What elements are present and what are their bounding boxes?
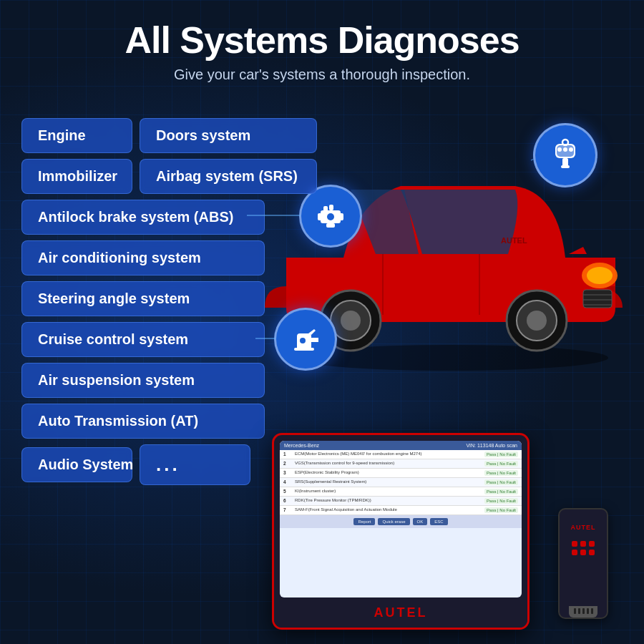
row-system-2: ESP(Electronic Stability Program) xyxy=(292,470,484,476)
row-system-0: ECM(Motor Electronics (ME) ME040' for co… xyxy=(292,452,484,457)
svg-point-27 xyxy=(569,147,573,152)
svg-rect-15 xyxy=(318,213,322,220)
row-status-3: Pass | No Fault xyxy=(484,479,518,485)
systems-row-8: Auto Transmission (AT) xyxy=(21,404,317,439)
svg-rect-17 xyxy=(323,206,328,212)
row-status-6: Pass | No Fault xyxy=(484,507,518,513)
doors-system-button[interactable]: Doors system xyxy=(140,118,317,153)
tablet-row-1: 2 VGS(Transmission control for 9-speed t… xyxy=(280,459,522,469)
row-system-5: RDK(Tire Pressure Monitor (TPM/RDK)) xyxy=(292,498,484,504)
tablet-car-model: Mercedes-Benz xyxy=(284,443,319,448)
air-suspension-button[interactable]: Air suspension system xyxy=(21,363,265,398)
more-systems-button[interactable]: ... xyxy=(140,444,250,485)
ok-button[interactable]: OK xyxy=(413,518,428,525)
tablet-row-3: 4 SRS(Supplemental Restraint System) Pas… xyxy=(280,478,522,487)
svg-rect-18 xyxy=(329,205,333,210)
tablet-screen-header: Mercedes-Benz VIN: 113148 Auto scan xyxy=(280,441,522,450)
dongle-btn-1[interactable] xyxy=(572,541,577,547)
systems-row-5: Steering angle system xyxy=(21,281,317,316)
row-system-3: SRS(Supplemental Restraint System) xyxy=(292,479,484,485)
dongle-btn-2[interactable] xyxy=(580,541,586,547)
key-svg-icon xyxy=(545,135,585,175)
row-status-2: Pass | No Fault xyxy=(484,470,518,476)
obd-dongle: AUTEL xyxy=(558,508,608,619)
air-conditioning-button[interactable]: Air conditioning system xyxy=(21,240,265,275)
svg-rect-29 xyxy=(561,165,570,168)
connector-line-1 xyxy=(247,215,301,216)
engine-button[interactable]: Engine xyxy=(21,118,132,153)
immobilizer-button[interactable]: Immobilizer xyxy=(21,159,132,194)
tablet-row-6: 7 SAM-F(Front Signal Acquisition and Act… xyxy=(280,506,522,515)
main-title: All Systems Diagnoses xyxy=(0,20,644,61)
systems-row-3: Antilock brake system (ABS) xyxy=(21,200,317,235)
page-header: All Systems Diagnoses Give your car's sy… xyxy=(0,0,644,90)
tablet-row-5: 6 RDK(Tire Pressure Monitor (TPM/RDK)) P… xyxy=(280,497,522,506)
row-num-3: 4 xyxy=(283,479,292,485)
row-system-4: KI(Instrument cluster) xyxy=(292,489,484,494)
row-num-1: 2 xyxy=(283,461,292,467)
tablet-device: Mercedes-Benz VIN: 113148 Auto scan 1 EC… xyxy=(272,433,530,630)
dongle-btn-5[interactable] xyxy=(580,550,586,555)
tablet-row-0: 1 ECM(Motor Electronics (ME) ME040' for … xyxy=(280,450,522,459)
tablet-action-buttons: Report Quick erase OK ESC xyxy=(280,515,522,528)
autel-brand-logo: AUTEL xyxy=(374,605,428,620)
subtitle: Give your car's systems a thorough inspe… xyxy=(0,67,644,83)
tablet-scan-info: VIN: 113148 Auto scan xyxy=(466,443,517,448)
svg-point-26 xyxy=(563,147,567,152)
cruise-control-button[interactable]: Cruise control system xyxy=(21,322,265,357)
tablet-row-4: 5 KI(Instrument cluster) Pass | No Fault xyxy=(280,487,522,497)
systems-row-2: Immobilizer Airbag system (SRS) xyxy=(21,159,317,194)
svg-point-8 xyxy=(527,311,547,331)
row-num-4: 5 xyxy=(283,489,292,494)
systems-row-6: Cruise control system xyxy=(21,322,317,357)
systems-row-4: Air conditioning system xyxy=(21,240,317,275)
row-status-1: Pass | No Fault xyxy=(484,461,518,467)
row-system-6: SAM-F(Front Signal Acquisition and Actua… xyxy=(292,507,484,513)
row-system-1: VGS(Transmission control for 9-speed tra… xyxy=(292,461,484,467)
row-status-4: Pass | No Fault xyxy=(484,489,518,494)
row-num-5: 6 xyxy=(283,498,292,504)
svg-point-25 xyxy=(557,147,562,152)
tablet-footer: AUTEL xyxy=(274,597,527,628)
obd-connector xyxy=(569,606,597,618)
svg-point-30 xyxy=(562,140,568,145)
auto-transmission-button[interactable]: Auto Transmission (AT) xyxy=(21,404,265,439)
svg-rect-20 xyxy=(326,223,335,228)
systems-list: Engine Doors system Immobilizer Airbag s… xyxy=(21,118,317,485)
row-num-2: 3 xyxy=(283,470,292,476)
quick-erase-button[interactable]: Quick erase xyxy=(378,518,409,525)
dongle-button-grid xyxy=(567,537,599,560)
row-num-6: 7 xyxy=(283,507,292,513)
esc-button[interactable]: ESC xyxy=(430,518,447,525)
dongle-btn-6[interactable] xyxy=(589,550,595,555)
dongle-btn-3[interactable] xyxy=(589,541,595,547)
key-icon-circle xyxy=(533,123,597,187)
svg-point-19 xyxy=(327,213,334,220)
dongle-brand: AUTEL xyxy=(571,524,596,531)
dongle-btn-4[interactable] xyxy=(572,550,577,555)
row-status-0: Pass | No Fault xyxy=(484,452,518,457)
audio-system-button[interactable]: Audio System xyxy=(21,447,132,482)
row-num-0: 1 xyxy=(283,452,292,457)
svg-rect-16 xyxy=(339,213,343,220)
tablet-screen: Mercedes-Benz VIN: 113148 Auto scan 1 EC… xyxy=(280,441,522,597)
systems-row-1: Engine Doors system xyxy=(21,118,317,153)
report-button[interactable]: Report xyxy=(353,518,375,525)
svg-point-2 xyxy=(587,267,613,284)
row-status-5: Pass | No Fault xyxy=(484,498,518,504)
abs-system-button[interactable]: Antilock brake system (ABS) xyxy=(21,200,265,235)
svg-point-5 xyxy=(341,311,361,331)
steering-angle-button[interactable]: Steering angle system xyxy=(21,281,265,316)
connector-line-2 xyxy=(255,338,275,339)
svg-text:AUTEL: AUTEL xyxy=(501,236,527,245)
systems-row-7: Air suspension system xyxy=(21,363,317,398)
tablet-row-2: 3 ESP(Electronic Stability Program) Pass… xyxy=(280,469,522,478)
engine-svg-icon xyxy=(312,197,349,235)
airbag-system-button[interactable]: Airbag system (SRS) xyxy=(140,159,317,194)
